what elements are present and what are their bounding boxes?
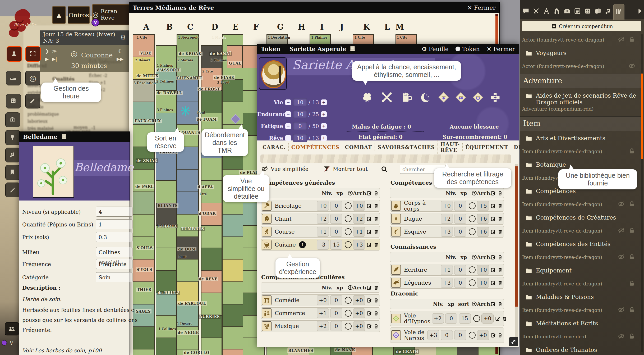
tmr-cell[interactable] [133,214,155,237]
stat-value[interactable]: 0 [293,122,307,130]
fast-forward-icon[interactable]: ≫ [52,48,57,54]
skill-niv[interactable]: +2 [441,214,453,224]
trash-icon[interactable] [374,216,379,221]
belledame-image[interactable] [33,146,74,198]
token-config-button[interactable]: Token [456,46,480,52]
skill-xp[interactable]: 0 [330,321,342,331]
sidebar-tab-tables[interactable] [584,7,591,15]
sidebar-tab-cards[interactable] [594,7,602,15]
compendium-folder[interactable]: Equipement [522,264,641,277]
skill-circle[interactable] [469,332,476,339]
draw-tool-button[interactable] [25,94,40,108]
tmr-cell[interactable] [201,90,222,113]
lock-icon[interactable] [628,253,635,260]
tmr-cell[interactable] [133,281,155,304]
tmr-cell[interactable] [222,236,243,260]
skill-xp[interactable]: 15 [330,240,342,250]
token-tool-button[interactable] [7,46,22,62]
oniros-scene-button[interactable]: Oniros [68,6,90,24]
skill-circle[interactable] [345,202,352,209]
belledame-titlebar[interactable]: Belledame [19,132,130,142]
edit-icon[interactable] [491,229,496,234]
trash-icon[interactable] [498,254,503,260]
skill-niv[interactable]: +3 [441,227,453,237]
skill-row[interactable]: Dague+20+6 [390,213,504,225]
show-all-button[interactable]: Montrer tout [323,165,368,173]
tmr-cell[interactable] [156,315,177,338]
trash-icon[interactable] [374,285,379,290]
skill-name[interactable]: Cuisine [275,242,296,248]
tmr-cell[interactable] [222,326,243,349]
tmr-cell[interactable] [201,158,222,181]
skill-xp[interactable]: 0 [454,227,466,237]
skill-row[interactable]: Course+10+1 [261,226,380,238]
book-icon[interactable] [61,133,68,140]
trash-icon[interactable] [374,229,379,234]
skill-xp[interactable]: 0 [330,295,342,305]
edit-icon[interactable] [367,242,372,247]
sidebar-tab-chat[interactable] [522,7,530,15]
tab-savoirstaches[interactable]: SAVOIRS&TACHES [375,143,438,151]
skill-circle[interactable] [345,228,352,235]
stat-value[interactable]: 10 [293,110,307,118]
skill-niv[interactable]: +3 [441,278,453,288]
stat-value[interactable]: 10 [293,98,307,106]
edit-icon[interactable] [367,285,372,290]
arrow-up-circle-icon[interactable] [348,190,353,196]
skill-xp[interactable]: 0 [445,313,457,324]
wound-serious-icon[interactable] [455,92,467,103]
skill-niv[interactable]: +0 [317,201,329,211]
tab-comptences[interactable]: COMPÉTENCES [288,143,342,151]
field-input[interactable]: Fréquente [96,259,132,269]
tmr-cell[interactable] [156,338,177,355]
stat-minus-button[interactable]: − [285,135,291,141]
calendar-bar[interactable]: Jour 15 de Roseau (hiver) – NA: 3 ⚙ [40,30,129,45]
eye-slash-icon[interactable] [618,36,625,43]
encaissement-icon[interactable] [381,92,393,103]
skill-niv[interactable]: +1 [317,227,329,237]
skill-xp[interactable]: 0 [454,214,466,224]
skill-circle[interactable] [345,215,352,222]
tmr-cell[interactable] [201,180,222,203]
skill-name[interactable]: Musique [275,323,315,329]
skill-row[interactable]: Ecriture+10+0 [390,264,504,276]
play-icon[interactable]: ▶ [45,56,49,62]
edit-icon[interactable] [491,301,496,307]
skill-row[interactable]: Voie d'Hypnos+2015+0 [390,311,504,326]
chance-icon[interactable] [361,92,373,103]
dice-tool-button[interactable] [6,94,21,108]
edit-icon[interactable] [491,203,496,208]
ethylisme-icon[interactable] [401,92,412,103]
edit-icon[interactable] [367,229,372,234]
skill-circle[interactable] [469,202,476,209]
skill-row[interactable]: Corps à corps+00+5 [390,200,504,212]
trash-icon[interactable] [498,190,503,196]
tmr-cell[interactable] [133,192,155,215]
skill-xp[interactable]: 0 [454,278,466,288]
skill-circle[interactable] [345,241,352,248]
skill-name[interactable]: Chant [275,216,315,222]
trash-icon[interactable] [374,242,379,247]
compendium-folder[interactable]: Méditations et Ecrits [522,317,641,330]
trash-icon[interactable] [374,203,379,208]
skill-sort[interactable]: 15 [459,313,471,324]
stat-plus-button[interactable]: + [321,123,327,129]
stat-minus-button[interactable]: − [285,99,291,105]
skill-circle[interactable] [473,315,480,322]
lock-icon[interactable] [628,148,635,154]
skill-niv[interactable]: +1 [441,265,453,275]
trash-icon[interactable] [374,190,379,196]
trash-icon[interactable] [498,267,503,272]
skill-name[interactable]: Corps à corps [404,200,439,212]
arrow-up-circle-icon[interactable] [472,190,477,196]
edit-icon[interactable] [367,216,372,221]
compendium-folder[interactable]: Maladies & Poisons [522,290,641,304]
night-icon[interactable]: ☾ [118,48,123,54]
tmr-cell[interactable] [177,192,199,215]
skill-name[interactable]: Commerce [275,310,315,316]
sidebar-tab-playlists[interactable] [605,7,612,15]
tab-quipement[interactable]: ÉQUIPEMENT [462,143,511,151]
tmr-cell[interactable] [177,169,199,192]
field-input[interactable]: 1 [96,219,132,229]
sheet-config-button[interactable]: ⚙Feuille [422,46,449,52]
